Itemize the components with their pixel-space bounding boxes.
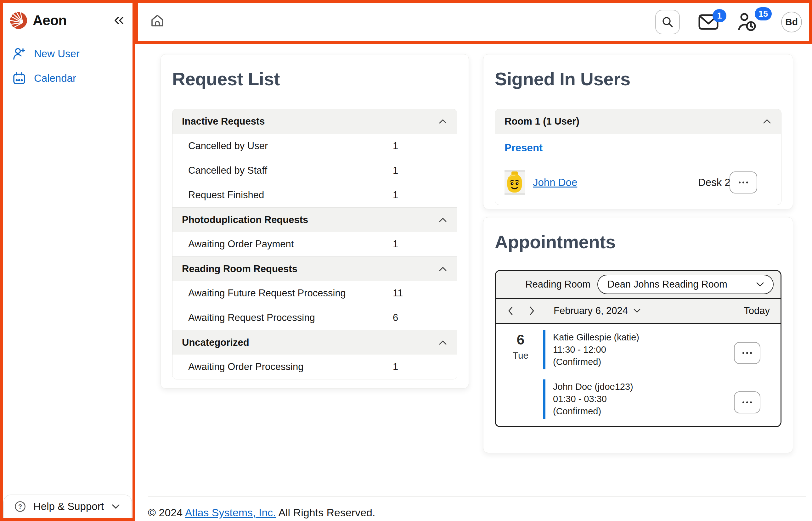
request-status-row[interactable]: Request Finished 1 [173, 183, 457, 207]
signed-in-accordion: Room 1 (1 User) Present [495, 109, 782, 205]
appointments-card: Appointments Reading Room Dean Johns Rea… [483, 217, 793, 453]
atlas-systems-link[interactable]: Atlas Systems, Inc. [185, 506, 276, 519]
request-status-row[interactable]: Cancelled by Staff 1 [173, 158, 457, 183]
topbar-actions: 1 15 Bd [655, 0, 802, 44]
page-title: Signed In Users [495, 68, 782, 89]
status-label: Awaiting Order Processing [188, 361, 303, 372]
status-label: Awaiting Order Payment [188, 239, 294, 250]
chevron-up-icon [762, 118, 772, 124]
previous-day-icon[interactable] [506, 305, 515, 316]
desk-label: Desk 2 [698, 177, 730, 188]
date-picker[interactable]: February 6, 2024 [554, 305, 641, 317]
copyright-suffix: All Rights Reserved. [276, 506, 376, 519]
chevron-down-icon [755, 281, 765, 288]
user-avatar[interactable]: Bd [781, 12, 802, 32]
sidebar-item-label: New User [34, 48, 80, 60]
appointment-bar [543, 330, 545, 369]
current-date-label: February 6, 2024 [554, 305, 628, 317]
chevron-up-icon [438, 266, 448, 272]
sidebar: Aeon New User [0, 0, 135, 521]
brand-title: Aeon [33, 13, 67, 28]
signed-in-user-row: John Doe Desk 2 [504, 163, 772, 202]
question-circle-icon: ? [14, 500, 26, 513]
sidebar-item-new-user[interactable]: New User [0, 42, 135, 66]
date-navigation-row: February 6, 2024 Today [496, 298, 781, 324]
chevron-up-icon [438, 118, 448, 124]
sidebar-nav: New User Calendar [0, 42, 135, 91]
status-count: 1 [393, 189, 398, 201]
status-count: 1 [393, 239, 398, 250]
appointments-list: 6 Tue Katie Gillespie (katie) 11:30 - 12… [496, 324, 781, 426]
chevron-down-icon [633, 308, 641, 314]
user-name-link[interactable]: John Doe [533, 177, 577, 188]
section-title: Uncategorized [182, 337, 249, 348]
appointments-widget: Reading Room Dean Johns Reading Room Feb… [495, 270, 782, 427]
person-clock-icon [737, 12, 757, 32]
chevron-up-icon [438, 339, 448, 346]
signed-in-users-card: Signed In Users Room 1 (1 User) Present [483, 54, 793, 209]
sidebar-collapse-icon[interactable] [112, 14, 126, 27]
appointment-actions-button[interactable] [734, 391, 760, 413]
search-button[interactable] [655, 10, 680, 34]
mail-button[interactable]: 1 [698, 14, 719, 30]
page-title: Request List [172, 68, 457, 89]
appointment-name: Katie Gillespie (katie) [553, 331, 769, 344]
request-status-row[interactable]: Awaiting Order Payment 1 [173, 232, 457, 256]
accordion-header-reading-room[interactable]: Reading Room Requests [173, 256, 457, 281]
help-support-button[interactable]: ? Help & Support [3, 495, 132, 518]
today-button[interactable]: Today [744, 305, 770, 317]
accordion-header-room-1[interactable]: Room 1 (1 User) [495, 109, 781, 134]
aeon-logo-icon [9, 11, 28, 29]
status-label: Request Finished [188, 189, 264, 201]
accordion-header-photoduplication[interactable]: Photoduplication Requests [173, 207, 457, 232]
next-day-icon[interactable] [528, 305, 536, 316]
chevron-up-icon [438, 217, 448, 223]
main-content: Request List Inactive Requests Cancelled… [135, 44, 812, 521]
status-label: Awaiting Future Request Processing [188, 288, 346, 299]
day-name: Tue [510, 350, 532, 361]
present-status-label: Present [504, 142, 772, 154]
appointment-entry[interactable]: Katie Gillespie (katie) 11:30 - 12:00 (C… [543, 330, 769, 369]
user-actions-button[interactable] [729, 172, 757, 194]
request-status-row[interactable]: Awaiting Request Processing 6 [173, 305, 457, 330]
help-support-label: Help & Support [33, 501, 104, 513]
footer: © 2024 Atlas Systems, Inc. All Rights Re… [148, 496, 806, 519]
mail-badge: 1 [713, 9, 726, 22]
status-count: 1 [393, 140, 398, 152]
accordion-header-inactive-requests[interactable]: Inactive Requests [173, 109, 457, 134]
calendar-icon [13, 72, 26, 85]
accordion-header-uncategorized[interactable]: Uncategorized [173, 330, 457, 355]
status-count: 6 [393, 312, 398, 323]
sidebar-item-calendar[interactable]: Calendar [0, 66, 135, 91]
request-status-row[interactable]: Cancelled by User 1 [173, 134, 457, 158]
request-status-row[interactable]: Awaiting Future Request Processing 11 [173, 281, 457, 305]
reading-room-selector-row: Reading Room Dean Johns Reading Room [496, 271, 781, 298]
person-add-icon [13, 47, 26, 61]
sidebar-item-label: Calendar [34, 72, 76, 84]
appointment-entry[interactable]: John Doe (jdoe123) 01:30 - 03:30 (Confir… [543, 380, 769, 419]
status-label: Awaiting Request Processing [188, 312, 315, 323]
status-count: 1 [393, 361, 398, 372]
room-header-label: Room 1 (1 User) [504, 116, 580, 127]
appointment-bar [543, 380, 545, 419]
home-icon[interactable] [149, 12, 166, 29]
topbar: 1 15 Bd [135, 0, 812, 44]
signed-in-users-badge: 15 [755, 7, 772, 20]
reading-room-select[interactable]: Dean Johns Reading Room [597, 275, 774, 294]
section-title: Photoduplication Requests [182, 214, 308, 226]
copyright-prefix: © 2024 [148, 506, 185, 519]
chevron-down-icon [110, 503, 121, 510]
appointment-name: John Doe (jdoe123) [553, 381, 769, 393]
svg-text:?: ? [18, 503, 22, 510]
reading-room-label: Reading Room [525, 279, 590, 290]
reading-room-selected-value: Dean Johns Reading Room [607, 279, 727, 290]
appointment-actions-button[interactable] [734, 342, 760, 364]
signed-in-users-button[interactable]: 15 [737, 12, 757, 32]
sidebar-header: Aeon [0, 0, 135, 33]
status-count: 11 [393, 288, 403, 299]
request-status-row[interactable]: Awaiting Order Processing 1 [173, 355, 457, 379]
day-column: 6 Tue [510, 332, 532, 361]
page-title: Appointments [495, 231, 782, 252]
status-count: 1 [393, 165, 398, 176]
status-label: Cancelled by User [188, 140, 268, 152]
